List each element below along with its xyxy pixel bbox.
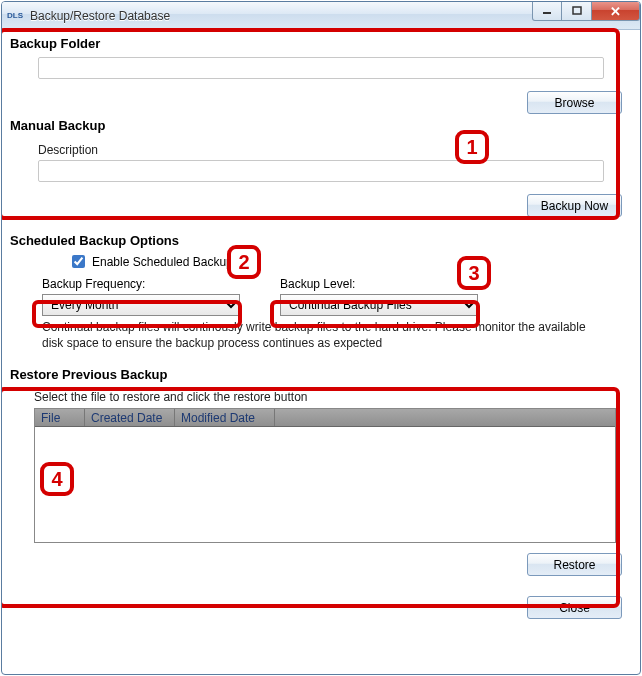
restore-instruction: Select the file to restore and click the… (34, 390, 616, 404)
table-body (35, 427, 615, 541)
maximize-button[interactable] (562, 2, 592, 21)
restore-button[interactable]: Restore (527, 553, 622, 576)
manual-backup-heading: Manual Backup (10, 118, 632, 133)
minimize-button[interactable] (532, 2, 562, 21)
maximize-icon (572, 6, 582, 16)
minimize-icon (542, 6, 552, 16)
close-icon: ✕ (610, 4, 621, 19)
close-button[interactable]: ✕ (592, 2, 640, 21)
level-select[interactable]: Continual Backup Files (280, 294, 478, 316)
content: Backup Folder Browse Manual Backup Descr… (2, 30, 640, 674)
description-label: Description (38, 143, 604, 157)
scheduled-heading: Scheduled Backup Options (10, 233, 632, 248)
scheduled-helper-text: Continual backup files will continously … (10, 316, 632, 351)
frequency-select[interactable]: Every Month (42, 294, 240, 316)
restore-table[interactable]: File Created Date Modified Date (34, 408, 616, 543)
window-buttons: ✕ (532, 2, 640, 21)
backup-folder-heading: Backup Folder (10, 36, 632, 51)
browse-button[interactable]: Browse (527, 91, 622, 114)
table-header: File Created Date Modified Date (35, 409, 615, 427)
restore-heading: Restore Previous Backup (10, 367, 632, 382)
titlebar: DLS Backup/Restore Database ✕ (2, 2, 640, 30)
close-dialog-button[interactable]: Close (527, 596, 622, 619)
app-icon: DLS (6, 9, 24, 23)
backup-now-button[interactable]: Backup Now (527, 194, 622, 217)
enable-scheduled-checkbox[interactable] (72, 255, 85, 268)
col-modified[interactable]: Modified Date (175, 409, 275, 426)
description-input[interactable] (38, 160, 604, 182)
col-file[interactable]: File (35, 409, 85, 426)
backup-folder-input[interactable] (38, 57, 604, 79)
window: DLS Backup/Restore Database ✕ Backup Fol… (1, 1, 641, 675)
level-label: Backup Level: (280, 277, 478, 291)
col-created[interactable]: Created Date (85, 409, 175, 426)
enable-scheduled-label: Enable Scheduled Backup (92, 255, 233, 269)
svg-rect-1 (573, 7, 581, 14)
svg-rect-0 (543, 12, 551, 14)
window-title: Backup/Restore Database (30, 9, 170, 23)
frequency-label: Backup Frequency: (42, 277, 240, 291)
